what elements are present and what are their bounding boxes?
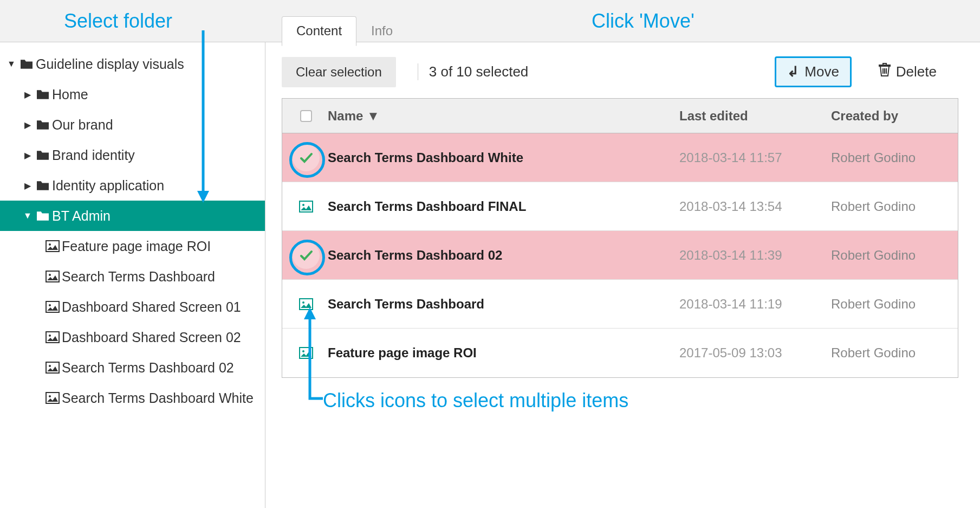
caret-right-icon[interactable]: ▶	[22, 89, 34, 100]
tab-content[interactable]: Content	[282, 16, 356, 46]
caret-down-icon[interactable]: ▼	[5, 59, 17, 69]
toolbar: Clear selection 3 of 10 selected ↲ Move …	[265, 46, 964, 98]
image-icon	[299, 201, 313, 213]
row-date: 2018-03-14 11:39	[679, 248, 831, 263]
svg-point-21	[302, 301, 304, 304]
tree-item-label: Brand identity	[52, 147, 135, 163]
folder-tree: ▼ Guideline display visuals ▶ Home ▶ Our…	[0, 49, 265, 413]
column-header-name-label: Name	[328, 108, 363, 123]
row-date: 2018-03-14 11:19	[679, 297, 831, 312]
row-name: Search Terms Dashboard FINAL	[322, 199, 679, 214]
tree-item-brand-identity[interactable]: ▶ Brand identity	[0, 140, 265, 170]
row-select-icon[interactable]	[290, 201, 322, 213]
tree-root-label: Guideline display visuals	[36, 56, 184, 72]
tab-info[interactable]: Info	[356, 16, 407, 46]
row-name: Search Terms Dashboard 02	[322, 248, 679, 263]
row-author: Robert Godino	[831, 345, 950, 361]
caret-down-icon[interactable]: ▼	[22, 211, 34, 221]
row-date: 2018-03-14 13:54	[679, 199, 831, 214]
folder-icon	[34, 88, 52, 100]
tree-subitem[interactable]: Dashboard Shared Screen 01	[0, 292, 265, 322]
svg-point-10	[49, 335, 51, 337]
selection-count: 3 of 10 selected	[418, 63, 529, 80]
svg-point-6	[49, 274, 51, 276]
row-author: Robert Godino	[831, 297, 950, 312]
image-icon	[43, 271, 62, 282]
folder-icon	[34, 119, 52, 131]
delete-button-label: Delete	[896, 63, 937, 80]
sort-desc-icon: ▼	[367, 108, 380, 123]
image-icon	[43, 392, 62, 404]
checkmark-icon	[293, 144, 320, 171]
tree-subitem-label: Search Terms Dashboard White	[62, 390, 254, 406]
column-header-author[interactable]: Created by	[831, 108, 950, 124]
tree-subitem-label: Dashboard Shared Screen 01	[62, 299, 241, 315]
tree-subitem[interactable]: Feature page image ROI	[0, 231, 265, 261]
row-select-icon[interactable]	[290, 144, 322, 171]
table-row[interactable]: Search Terms Dashboard 2018-03-14 11:19 …	[282, 280, 958, 329]
svg-point-14	[49, 395, 51, 397]
row-select-icon[interactable]	[290, 242, 322, 269]
table-row[interactable]: Search Terms Dashboard White 2018-03-14 …	[282, 133, 958, 182]
tree-subitem-label: Dashboard Shared Screen 02	[62, 330, 241, 345]
row-name: Search Terms Dashboard	[322, 297, 679, 312]
row-author: Robert Godino	[831, 150, 950, 165]
tree-subitem[interactable]: Search Terms Dashboard White	[0, 383, 265, 413]
select-all-checkbox[interactable]	[290, 110, 322, 122]
content-table: Name ▼ Last edited Created by Search Ter…	[282, 98, 958, 378]
clear-selection-button[interactable]: Clear selection	[282, 57, 396, 87]
tree-item-label: Identity application	[52, 178, 164, 194]
column-header-name[interactable]: Name ▼	[322, 108, 679, 124]
image-icon	[43, 240, 62, 252]
row-author: Robert Godino	[831, 248, 950, 263]
move-button[interactable]: ↲ Move	[775, 56, 852, 87]
app-container: ▼ Guideline display visuals ▶ Home ▶ Our…	[0, 0, 980, 508]
caret-right-icon[interactable]: ▶	[22, 181, 34, 191]
caret-right-icon[interactable]: ▶	[22, 150, 34, 160]
svg-point-4	[49, 243, 51, 246]
column-header-date[interactable]: Last edited	[679, 108, 831, 124]
row-name: Feature page image ROI	[322, 345, 679, 361]
image-icon	[43, 331, 62, 343]
tree-item-label: BT Admin	[52, 208, 111, 224]
tree-subitem-label: Search Terms Dashboard	[62, 269, 215, 285]
trash-icon	[879, 63, 891, 81]
row-name: Search Terms Dashboard White	[322, 150, 679, 165]
tree-item-bt-admin[interactable]: ▼ BT Admin	[0, 201, 265, 231]
delete-button[interactable]: Delete	[868, 57, 947, 86]
tree-subitem[interactable]: Search Terms Dashboard	[0, 261, 265, 292]
row-date: 2017-05-09 13:03	[679, 345, 831, 361]
svg-point-8	[49, 304, 51, 306]
tree-subitem[interactable]: Search Terms Dashboard 02	[0, 352, 265, 383]
table-row[interactable]: Search Terms Dashboard 02 2018-03-14 11:…	[282, 231, 958, 280]
tree-item-label: Home	[52, 87, 88, 102]
caret-right-icon[interactable]: ▶	[22, 120, 34, 130]
image-icon	[299, 298, 313, 310]
image-icon	[43, 301, 62, 313]
tree-item-label: Our brand	[52, 117, 113, 133]
svg-point-12	[49, 365, 51, 367]
row-author: Robert Godino	[831, 199, 950, 214]
tree-subitem-label: Feature page image ROI	[62, 239, 211, 254]
row-select-icon[interactable]	[290, 347, 322, 359]
tree-item-identity-application[interactable]: ▶ Identity application	[0, 170, 265, 201]
table-row[interactable]: Search Terms Dashboard FINAL 2018-03-14 …	[282, 182, 958, 231]
folder-icon	[17, 58, 36, 70]
move-icon: ↲	[787, 63, 799, 80]
svg-point-23	[302, 350, 304, 352]
tree-subitem[interactable]: Dashboard Shared Screen 02	[0, 322, 265, 352]
row-select-icon[interactable]	[290, 298, 322, 310]
tree-item-our-brand[interactable]: ▶ Our brand	[0, 110, 265, 140]
move-button-label: Move	[804, 63, 839, 80]
table-row[interactable]: Feature page image ROI 2017-05-09 13:03 …	[282, 329, 958, 377]
tree-root[interactable]: ▼ Guideline display visuals	[0, 49, 265, 79]
image-icon	[43, 362, 62, 374]
image-icon	[299, 347, 313, 359]
checkmark-icon	[293, 242, 320, 269]
tree-item-home[interactable]: ▶ Home	[0, 79, 265, 110]
folder-icon	[34, 179, 52, 191]
tree-subitem-label: Search Terms Dashboard 02	[62, 360, 234, 376]
row-date: 2018-03-14 11:57	[679, 150, 831, 165]
sidebar: ▼ Guideline display visuals ▶ Home ▶ Our…	[0, 0, 265, 508]
svg-point-19	[302, 204, 304, 206]
